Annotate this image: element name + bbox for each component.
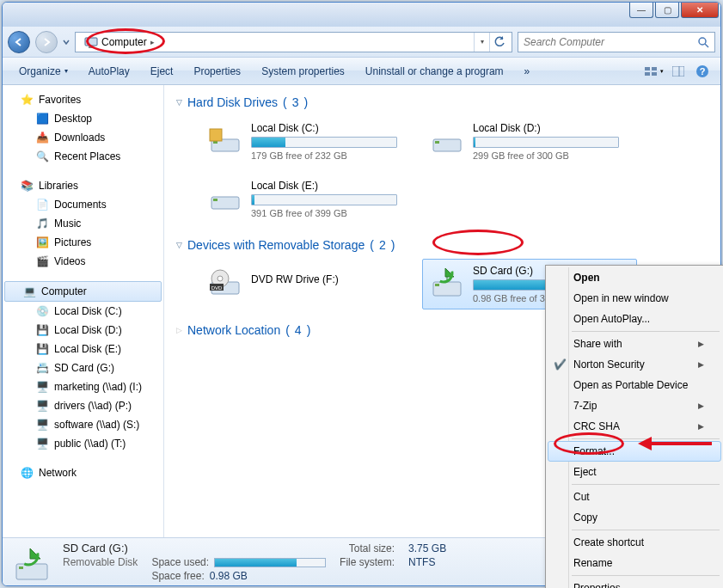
search-input[interactable] <box>524 36 697 48</box>
drive-c[interactable]: Local Disk (C:)179 GB free of 232 GB <box>200 116 415 167</box>
view-mode-button[interactable]: ▾ <box>643 62 665 81</box>
sidebar-item-downloads[interactable]: 📥Downloads <box>3 128 163 147</box>
forward-button[interactable] <box>35 31 58 53</box>
menu-cut[interactable]: Cut <box>548 487 721 507</box>
menu-open[interactable]: Open <box>548 267 721 288</box>
netdrive-icon: 🖥️ <box>35 380 49 394</box>
menu-norton[interactable]: ✔️Norton Security▶ <box>548 354 721 375</box>
menu-create-shortcut[interactable]: Create shortcut <box>548 532 721 553</box>
organize-button[interactable]: Organize ▾ <box>9 61 77 82</box>
menu-rename[interactable]: Rename <box>548 553 721 573</box>
menu-format[interactable]: Format... <box>548 441 721 462</box>
refresh-button[interactable] <box>489 33 508 52</box>
drive-label: Local Disk (C:) <box>251 122 409 134</box>
system-properties-button[interactable]: System properties <box>252 61 354 82</box>
sidebar-item-desktop[interactable]: 🟦Desktop <box>3 109 163 128</box>
menu-share-with[interactable]: Share with▶ <box>548 334 721 354</box>
svg-rect-5 <box>652 67 657 70</box>
status-fs-label: File system: <box>340 556 395 568</box>
menu-7zip[interactable]: 7-Zip▶ <box>548 395 721 416</box>
help-button[interactable]: ? <box>691 62 714 81</box>
sd-card-icon <box>428 265 466 299</box>
section-removable[interactable]: ▽Devices with Removable Storage (2) <box>176 235 708 255</box>
status-free-value: 0.98 GB <box>210 570 248 582</box>
svg-rect-1 <box>89 46 94 48</box>
sidebar-item-net-marketing[interactable]: 🖥️marketing (\\ad) (I:) <box>3 377 163 396</box>
eject-button[interactable]: Eject <box>141 61 183 82</box>
network-icon: 🌐 <box>20 466 34 480</box>
svg-rect-18 <box>213 199 218 201</box>
close-button[interactable]: ✕ <box>681 3 719 18</box>
sidebar-favorites[interactable]: ⭐Favorites <box>3 90 163 109</box>
sidebar-computer[interactable]: 💻Computer <box>4 281 162 302</box>
breadcrumb-computer[interactable]: Computer ▸ <box>79 34 160 51</box>
sidebar-item-music[interactable]: 🎵Music <box>3 214 163 233</box>
title-bar: — ▢ ✕ <box>3 3 720 27</box>
drive-label: Local Disk (D:) <box>473 122 631 134</box>
maximize-button[interactable]: ▢ <box>655 3 679 18</box>
sd-card-icon <box>11 543 52 581</box>
menu-copy[interactable]: Copy <box>548 507 721 528</box>
uninstall-button[interactable]: Uninstall or change a program <box>356 61 513 82</box>
sidebar-libraries[interactable]: 📚Libraries <box>3 176 163 195</box>
section-hdd[interactable]: ▽Hard Disk Drives (3) <box>176 92 708 113</box>
nav-history-dropdown-icon[interactable] <box>63 38 70 46</box>
menu-properties[interactable]: Properties <box>548 578 721 588</box>
drive-icon: 💿 <box>35 304 49 318</box>
sidebar-item-drive-d[interactable]: 💾Local Disk (D:) <box>3 321 163 340</box>
sidebar-item-net-software[interactable]: 🖥️software (\\ad) (S:) <box>3 415 163 434</box>
sidebar: ⭐Favorites 🟦Desktop 📥Downloads 🔍Recent P… <box>3 85 164 537</box>
menu-crc-sha[interactable]: CRC SHA▶ <box>548 416 721 437</box>
sd-icon: 📇 <box>35 361 49 375</box>
preview-pane-button[interactable] <box>667 62 689 81</box>
libraries-icon: 📚 <box>20 179 34 193</box>
sidebar-item-sd-card[interactable]: 📇SD Card (G:) <box>3 358 163 377</box>
drive-e[interactable]: Local Disk (E:)391 GB free of 399 GB <box>200 174 415 224</box>
svg-rect-8 <box>672 66 684 77</box>
downloads-icon: 📥 <box>35 131 49 144</box>
drive-label: DVD RW Drive (F:) <box>251 273 409 285</box>
sidebar-item-drive-e[interactable]: 💾Local Disk (E:) <box>3 340 163 358</box>
sidebar-item-documents[interactable]: 📄Documents <box>3 195 163 214</box>
drive-d[interactable]: Local Disk (D:)299 GB free of 300 GB <box>422 116 637 167</box>
toolbar: Organize ▾ AutoPlay Eject Properties Sys… <box>3 58 720 85</box>
computer-icon <box>84 35 98 49</box>
svg-rect-14 <box>210 129 222 141</box>
toolbar-overflow[interactable]: » <box>515 61 540 82</box>
sidebar-item-drive-c[interactable]: 💿Local Disk (C:) <box>3 302 163 321</box>
sidebar-item-recent[interactable]: 🔍Recent Places <box>3 147 163 166</box>
search-box[interactable] <box>518 32 715 52</box>
status-total-label: Total size: <box>340 542 395 554</box>
svg-text:DVD: DVD <box>211 285 223 291</box>
dvd-icon: DVD <box>206 265 244 299</box>
back-button[interactable] <box>8 31 30 53</box>
collapse-icon: ▽ <box>176 241 182 249</box>
address-dropdown[interactable]: ▾ <box>474 33 489 52</box>
drive-icon: 💾 <box>35 342 49 356</box>
properties-button[interactable]: Properties <box>184 61 250 82</box>
minimize-button[interactable]: — <box>629 3 653 18</box>
address-bar[interactable]: Computer ▸ ▾ <box>75 32 512 52</box>
norton-icon: ✔️ <box>553 358 567 371</box>
sidebar-item-net-drivers[interactable]: 🖥️drivers (\\ad) (P:) <box>3 396 163 415</box>
svg-rect-25 <box>435 284 439 286</box>
desktop-icon: 🟦 <box>35 112 49 126</box>
sidebar-network[interactable]: 🌐Network <box>3 463 163 482</box>
expand-icon: ▷ <box>176 326 182 334</box>
status-title: SD Card (G:) <box>63 542 128 554</box>
hdd-icon <box>206 180 244 214</box>
drive-dvd[interactable]: DVD DVD RW Drive (F:) <box>200 259 415 309</box>
drive-free-text: 299 GB free of 300 GB <box>473 150 631 161</box>
svg-point-21 <box>218 276 223 281</box>
drive-free-text: 391 GB free of 399 GB <box>251 208 409 218</box>
menu-open-new-window[interactable]: Open in new window <box>548 288 721 309</box>
sidebar-item-pictures[interactable]: 🖼️Pictures <box>3 233 163 252</box>
svg-rect-16 <box>435 141 439 144</box>
sidebar-item-videos[interactable]: 🎬Videos <box>3 252 163 271</box>
menu-eject[interactable]: Eject <box>548 462 721 482</box>
menu-portable-device[interactable]: Open as Portable Device <box>548 375 721 395</box>
autoplay-button[interactable]: AutoPlay <box>79 61 139 82</box>
svg-text:?: ? <box>700 66 706 77</box>
menu-open-autoplay[interactable]: Open AutoPlay... <box>548 309 721 329</box>
sidebar-item-net-public[interactable]: 🖥️public (\\ad) (T:) <box>3 434 163 453</box>
